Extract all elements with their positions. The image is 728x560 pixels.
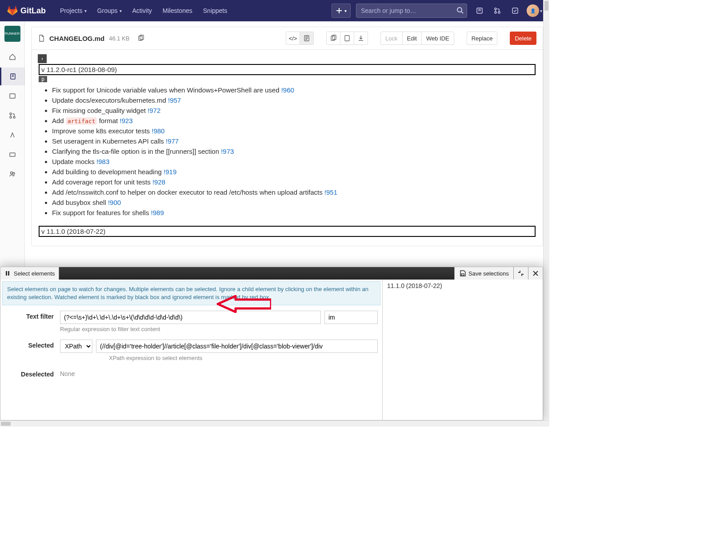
changelog-item: Update docs/executors/kubernetes.md !957 — [52, 95, 536, 105]
nav-projects[interactable]: Projects▾ — [55, 0, 92, 21]
svg-point-0 — [457, 8, 462, 12]
text-filter-flags-input[interactable] — [324, 311, 378, 324]
deselected-value: None — [60, 368, 378, 379]
gitlab-icon — [7, 5, 18, 16]
preview-text: 11.1.0 (2018-07-22) — [387, 282, 538, 289]
chevron-down-icon: ▾ — [540, 8, 542, 13]
source-view-button[interactable]: </> — [286, 32, 300, 45]
top-navbar: GitLab Projects▾ Groups▾ Activity Milest… — [0, 0, 549, 21]
svg-rect-22 — [461, 274, 464, 276]
sidebar-item-repository[interactable] — [0, 68, 25, 85]
nav-groups[interactable]: Groups▾ — [92, 0, 127, 21]
svg-point-12 — [10, 172, 12, 174]
edit-action-group: Lock Edit Web IDE — [380, 32, 454, 45]
changelog-item: Add artifact format !923 — [52, 116, 536, 126]
mr-link[interactable]: !928 — [152, 178, 165, 186]
file-icon — [38, 35, 45, 42]
replace-button[interactable]: Replace — [467, 32, 498, 45]
minimize-button[interactable] — [513, 267, 528, 280]
svg-rect-7 — [10, 94, 15, 98]
nav-milestones[interactable]: Milestones — [157, 0, 198, 21]
svg-point-3 — [495, 12, 496, 13]
mr-link[interactable]: !957 — [168, 96, 181, 104]
rendered-view-button[interactable] — [300, 32, 314, 45]
search-icon — [456, 7, 464, 15]
changelog-item: Add busybox shell !900 — [52, 197, 536, 208]
sidebar-item-overview[interactable] — [0, 48, 25, 66]
changelog-item: Improve some k8s executor tests !980 — [52, 126, 536, 136]
sidebar-item-members[interactable] — [0, 165, 25, 183]
edit-button[interactable]: Edit — [402, 32, 422, 45]
search-input[interactable] — [356, 4, 467, 18]
mr-link[interactable]: !900 — [108, 199, 121, 206]
save-selections-button[interactable]: Save selections — [454, 267, 513, 280]
delete-button[interactable]: Delete — [510, 32, 536, 45]
download-button[interactable] — [354, 32, 368, 45]
todo-icon[interactable] — [507, 3, 523, 19]
global-search[interactable] — [356, 4, 467, 18]
mr-link[interactable]: !923 — [120, 117, 132, 124]
svg-point-10 — [13, 116, 15, 118]
issues-icon[interactable] — [472, 3, 488, 19]
mr-link[interactable]: !951 — [324, 188, 337, 196]
pause-icon — [4, 270, 11, 277]
main-content: CHANGELOG.md 46.1 KB </> Lock Edit Web I… — [25, 21, 549, 267]
chevron-right-icon: › — [38, 54, 47, 63]
nav-snippets[interactable]: Snippets — [198, 0, 232, 21]
plus-icon — [336, 7, 343, 14]
user-avatar[interactable]: 👤 — [527, 4, 539, 17]
mr-link[interactable]: !980 — [152, 127, 164, 135]
copy-button[interactable] — [326, 32, 340, 45]
sidebar-item-merge-requests[interactable] — [0, 107, 25, 124]
mr-link[interactable]: !989 — [151, 209, 164, 216]
mr-link[interactable]: !972 — [148, 107, 160, 114]
file-name: CHANGELOG.md — [49, 35, 104, 42]
close-icon — [532, 270, 539, 277]
horizontal-scrollbar[interactable] — [0, 420, 549, 427]
changelog-item: Fix missing code_quality widget !972 — [52, 105, 536, 116]
project-avatar[interactable]: RUNNER — [4, 26, 20, 42]
mr-link[interactable]: !977 — [166, 137, 179, 145]
help-text: Select elements on page to watch for cha… — [2, 281, 380, 305]
changelog-heading: v 11.1.0 (2018-07-22) — [39, 226, 536, 237]
file-size: 46.1 KB — [109, 35, 129, 42]
blob-viewer: › v 11.2.0-rc1 (2018-08-09) p Fix suppor… — [32, 50, 543, 246]
brand-name: GitLab — [20, 6, 46, 16]
compress-icon — [517, 270, 524, 277]
sidebar-item-issues[interactable] — [0, 87, 25, 105]
raw-button[interactable] — [340, 32, 354, 45]
changelog-item: Set useragent in Kubernetes API calls !9… — [52, 136, 536, 146]
p-tag-badge: p — [39, 76, 47, 82]
chevron-down-icon: ▾ — [120, 8, 122, 13]
element-selector-panel: Select elements Save selections Select e… — [0, 267, 543, 420]
sidebar-item-operations[interactable] — [0, 146, 25, 164]
changelog-item: Add building to development heading !919 — [52, 167, 536, 177]
selector-value-input[interactable] — [96, 340, 378, 353]
text-filter-input[interactable] — [60, 311, 321, 324]
select-elements-tab[interactable]: Select elements — [0, 267, 59, 280]
svg-point-8 — [10, 113, 12, 115]
mr-link[interactable]: !983 — [96, 158, 109, 165]
mr-link[interactable]: !973 — [221, 148, 234, 155]
save-icon — [459, 270, 466, 277]
gitlab-logo[interactable]: GitLab — [7, 5, 46, 16]
chevron-down-icon: ▾ — [344, 8, 347, 13]
mr-link[interactable]: !919 — [164, 168, 176, 176]
lock-button[interactable]: Lock — [380, 32, 402, 45]
changelog-item: Clarifying the tls-ca-file option is in … — [52, 146, 536, 156]
file-header: CHANGELOG.md 46.1 KB </> Lock Edit Web I… — [32, 27, 543, 50]
mr-link[interactable]: !960 — [281, 86, 294, 94]
text-filter-hint: Regular expression to filter text conten… — [60, 326, 378, 332]
selector-form: Select elements on page to watch for cha… — [0, 280, 383, 420]
sidebar-item-cicd[interactable] — [0, 126, 25, 144]
changelog-item: Update mocks !983 — [52, 156, 536, 167]
copy-path-button[interactable] — [134, 32, 148, 45]
selected-label: Selected — [5, 340, 54, 349]
nav-activity[interactable]: Activity — [127, 0, 157, 21]
selector-type-select[interactable]: XPath — [60, 340, 92, 353]
close-panel-button[interactable] — [528, 267, 543, 280]
merge-request-icon[interactable] — [489, 3, 505, 19]
webide-button[interactable]: Web IDE — [421, 32, 454, 45]
new-dropdown[interactable]: ▾ — [332, 4, 351, 18]
svg-rect-20 — [6, 271, 7, 276]
